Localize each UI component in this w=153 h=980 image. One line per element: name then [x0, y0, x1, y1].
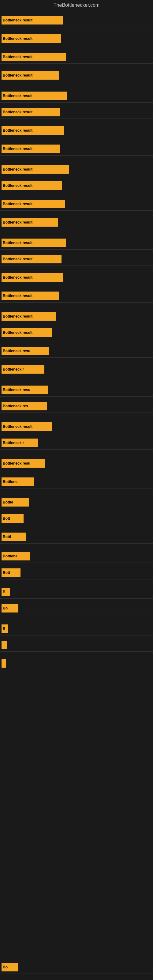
bar-item: Bottleneck result — [2, 312, 56, 321]
divider-line — [0, 433, 153, 433]
chart-area: Bottleneck resultBottleneck resultBottle… — [0, 10, 153, 975]
divider-line — [0, 210, 153, 211]
bar-label: Bottleneck r — [3, 441, 24, 445]
divider-line — [0, 509, 153, 509]
bar-label: Bottleneck result — [3, 331, 32, 335]
bar-item: Bottleneck result — [2, 255, 62, 263]
bar-item: Bottleneck result — [2, 328, 52, 337]
bar-item: B — [2, 588, 10, 596]
bar-item: Bott — [2, 514, 24, 523]
bar-item: Bo — [2, 604, 18, 612]
divider-line — [0, 357, 153, 358]
divider-line — [0, 974, 153, 974]
divider-line — [0, 651, 153, 652]
divider-line — [0, 82, 153, 82]
bar-item: Bottleneck result — [2, 239, 66, 247]
bar-label: Bottlene — [3, 554, 18, 558]
site-title: TheBottlenecker.com — [0, 0, 153, 10]
divider-line — [0, 137, 153, 137]
bar-item: Bottl — [2, 533, 26, 541]
bar-label: Bottleneck result — [3, 275, 32, 280]
bar-label: Bottleneck result — [3, 257, 32, 261]
bar-item: B — [2, 624, 8, 633]
bar-item: Bottleneck result — [2, 34, 61, 43]
bar-label: Bottleneck result — [3, 37, 32, 41]
bar-item: Bo — [2, 963, 18, 971]
bar-item — [2, 659, 6, 668]
bar-item: Bottleneck result — [2, 200, 65, 208]
divider-line — [0, 598, 153, 599]
bar-label: Bottleneck r — [3, 367, 24, 371]
divider-line — [0, 563, 153, 563]
divider-line — [0, 412, 153, 413]
bar-label: Bottleneck result — [3, 425, 32, 429]
divider-line — [0, 376, 153, 376]
bar-label: Bo — [3, 965, 8, 969]
bar-item: Bottlene — [2, 477, 33, 486]
divider-line — [0, 525, 153, 525]
divider-line — [0, 266, 153, 266]
bar-label: B — [3, 627, 5, 631]
bar-item: Bottlene — [2, 552, 30, 560]
bar-label: Bottleneck result — [3, 183, 32, 188]
bar-item: Bottleneck result — [2, 165, 69, 173]
bar-label: Bottleneck result — [3, 294, 32, 298]
bar-label: Bottleneck res — [3, 404, 28, 408]
divider-line — [0, 176, 153, 176]
bar-item: Bottleneck result — [2, 422, 52, 431]
divider-line — [0, 249, 153, 250]
divider-line — [0, 284, 153, 284]
bar-label: Bottl — [3, 535, 11, 539]
divider-line — [0, 488, 153, 488]
bar-label: Bottleneck result — [3, 314, 32, 318]
bar-label: Bottleneck result — [3, 18, 32, 22]
divider-line — [0, 449, 153, 450]
bar-label: Bottleneck result — [3, 167, 32, 172]
divider-line — [0, 323, 153, 323]
bar-item — [2, 641, 7, 649]
bar-item: Bottleneck res — [2, 402, 47, 410]
divider-line — [0, 27, 153, 27]
bar-label: B — [3, 590, 5, 594]
bar-label: Bottleneck result — [3, 202, 32, 206]
bar-label: Bottleneck resu — [3, 388, 30, 392]
divider-line — [0, 229, 153, 229]
bar-label: Bottleneck result — [3, 128, 32, 133]
bar-item: Bottleneck result — [2, 126, 64, 135]
divider-line — [0, 543, 153, 544]
bar-item: Bottleneck result — [2, 273, 63, 282]
bar-label: Bo — [3, 606, 8, 610]
bar-label: Bottleneck result — [3, 241, 32, 245]
bar-item: Bottleneck result — [2, 16, 63, 24]
bar-item: Bottleneck result — [2, 92, 67, 100]
bar-label: Bottleneck result — [3, 147, 32, 151]
bar-label: Bottleneck result — [3, 73, 32, 78]
bar-label: Bottleneck result — [3, 55, 32, 59]
bar-label: Bottleneck result — [3, 220, 32, 224]
divider-line — [0, 339, 153, 339]
bar-label: Bottlene — [3, 480, 18, 484]
bar-item: Bottleneck result — [2, 71, 59, 80]
bar-item: Bottleneck result — [2, 52, 66, 61]
bar-item: Bottleneck result — [2, 181, 62, 190]
bar-label: Bottleneck result — [3, 110, 32, 114]
bar-item: Bottleneck r — [2, 365, 45, 374]
bar-item: Bottle — [2, 498, 29, 506]
bar-label: Bottle — [3, 500, 13, 504]
divider-line — [0, 45, 153, 45]
divider-line — [0, 102, 153, 103]
bar-item: Bottleneck result — [2, 145, 60, 153]
bar-item: Bottleneck resu — [2, 459, 45, 468]
bar-item: Bottleneck resu — [2, 347, 49, 355]
bar-label: Bott — [3, 516, 10, 520]
divider-line — [0, 192, 153, 192]
divider-line — [0, 470, 153, 470]
bar-label: Bottleneck result — [3, 94, 32, 98]
bar-item: Bottleneck resu — [2, 385, 48, 394]
bar-label: Bottleneck resu — [3, 461, 30, 466]
bar-item: Bott — [2, 568, 21, 577]
bar-item: Bottleneck result — [2, 291, 59, 300]
bar-item: Bottleneck r — [2, 439, 38, 447]
bar-label: Bottleneck resu — [3, 349, 30, 353]
divider-line — [0, 579, 153, 579]
